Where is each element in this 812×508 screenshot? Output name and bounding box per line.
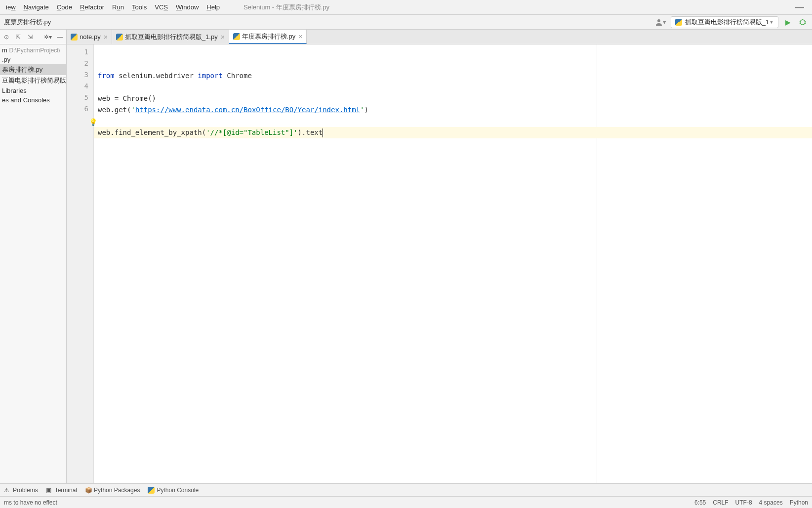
- select-opened-icon[interactable]: ⊙: [2, 33, 11, 42]
- menu-vcs[interactable]: VCS: [151, 1, 172, 13]
- tree-item-root[interactable]: m D:\PycharmProject\: [0, 45, 66, 55]
- run-config-selector[interactable]: 抓取豆瓣电影排行榜简易版_1 ▼: [671, 16, 778, 28]
- python-console-tab[interactable]: Python Console: [148, 487, 199, 494]
- bottom-tool-bar: ⚠ Problems ▣ Terminal 📦 Python Packages …: [0, 483, 812, 496]
- debug-button[interactable]: [797, 17, 808, 28]
- tree-item[interactable]: .py: [0, 55, 66, 64]
- user-icon[interactable]: ▾: [655, 16, 667, 28]
- tree-item-consoles[interactable]: es and Consoles: [0, 95, 66, 105]
- menu-help[interactable]: Help: [203, 1, 224, 13]
- status-message: ms to have no effect: [4, 499, 694, 506]
- svg-point-1: [800, 20, 805, 25]
- hide-icon[interactable]: —: [55, 33, 64, 42]
- code-editor[interactable]: 1 2 3 4 5 6 from selenium.webdriver impo…: [67, 44, 812, 483]
- tree-item-libraries[interactable]: Libraries: [0, 86, 66, 95]
- python-icon: [116, 34, 123, 41]
- breadcrumb[interactable]: 度票房排行榜.py: [4, 18, 655, 27]
- python-icon: [71, 34, 78, 41]
- file-encoding[interactable]: UTF-8: [735, 499, 752, 506]
- project-sidebar: ⊙ ⇱ ⇲ ✲▾ — m D:\PycharmProject\ .py 票房排行…: [0, 30, 67, 483]
- svg-line-6: [805, 23, 806, 24]
- settings-icon[interactable]: ✲▾: [43, 33, 52, 42]
- python-icon: [675, 19, 682, 26]
- tree-item-selected[interactable]: 票房排行榜.py: [0, 64, 66, 75]
- problems-tab[interactable]: ⚠ Problems: [4, 487, 38, 494]
- menu-tools[interactable]: Tools: [128, 1, 151, 13]
- svg-line-4: [805, 21, 806, 22]
- chevron-down-icon: ▼: [769, 19, 774, 25]
- svg-line-5: [800, 23, 801, 24]
- close-icon[interactable]: ×: [221, 33, 225, 41]
- menu-window[interactable]: Window: [172, 1, 203, 13]
- text-caret: [323, 128, 323, 137]
- python-packages-tab[interactable]: 📦 Python Packages: [85, 487, 140, 494]
- project-tree[interactable]: m D:\PycharmProject\ .py 票房排行榜.py 豆瓣电影排行…: [0, 44, 66, 106]
- menu-code[interactable]: Code: [53, 1, 76, 13]
- caret-position[interactable]: 6:55: [694, 499, 706, 506]
- problems-icon: ⚠: [4, 487, 11, 494]
- gutter[interactable]: 1 2 3 4 5 6: [67, 44, 94, 483]
- menu-navigate[interactable]: Navigate: [20, 1, 53, 13]
- console-icon: [148, 487, 155, 494]
- menu-refactor[interactable]: Refactor: [76, 1, 108, 13]
- tree-item[interactable]: 豆瓣电影排行榜简易版_1: [0, 75, 66, 86]
- toolbar: 度票房排行榜.py ▾ 抓取豆瓣电影排行榜简易版_1 ▼ ▶: [0, 15, 812, 30]
- packages-icon: 📦: [85, 487, 92, 494]
- indent-info[interactable]: 4 spaces: [759, 499, 783, 506]
- svg-line-3: [800, 21, 801, 22]
- tab-note[interactable]: note.py ×: [67, 30, 112, 44]
- terminal-tab[interactable]: ▣ Terminal: [46, 487, 77, 494]
- run-config-label: 抓取豆瓣电影排行榜简易版_1: [685, 18, 769, 27]
- interpreter-info[interactable]: Python: [790, 499, 808, 506]
- tab-douban[interactable]: 抓取豆瓣电影排行榜简易版_1.py ×: [112, 30, 229, 44]
- sidebar-toolbar: ⊙ ⇱ ⇲ ✲▾ —: [0, 30, 66, 44]
- intention-bulb-icon[interactable]: 💡: [89, 117, 97, 128]
- run-button[interactable]: ▶: [782, 17, 793, 28]
- terminal-icon: ▣: [46, 487, 53, 494]
- minimize-icon[interactable]: —: [789, 0, 810, 14]
- line-separator[interactable]: CRLF: [713, 499, 728, 506]
- close-icon[interactable]: ×: [104, 33, 108, 41]
- status-bar: ms to have no effect 6:55 CRLF UTF-8 4 s…: [0, 496, 812, 508]
- tab-boxoffice[interactable]: 年度票房排行榜.py ×: [229, 30, 307, 44]
- menu-run[interactable]: Run: [108, 1, 128, 13]
- menu-view[interactable]: iew: [2, 1, 20, 13]
- expand-all-icon[interactable]: ⇱: [14, 33, 23, 42]
- python-icon: [233, 33, 240, 40]
- menu-bar: iew Navigate Code Refactor Run Tools VCS…: [0, 0, 812, 15]
- close-icon[interactable]: ×: [298, 33, 302, 41]
- app-title: Selenium - 年度票房排行榜.py: [244, 3, 329, 12]
- collapse-all-icon[interactable]: ⇲: [26, 33, 35, 42]
- svg-point-0: [657, 19, 660, 22]
- editor-tabs: note.py × 抓取豆瓣电影排行榜简易版_1.py × 年度票房排行榜.py…: [67, 30, 812, 44]
- code-area[interactable]: from selenium.webdriver import Chromeweb…: [94, 44, 812, 483]
